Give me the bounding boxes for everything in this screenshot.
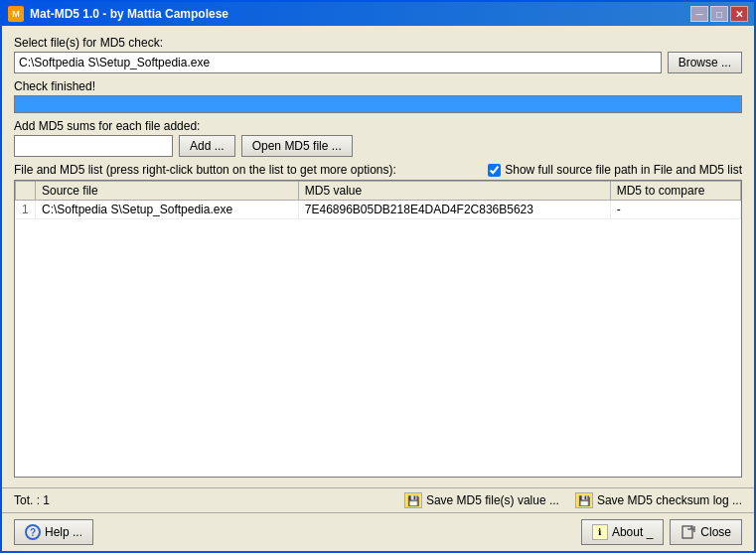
show-path-checkbox[interactable]	[488, 164, 501, 177]
show-path-row: Show full source file path in File and M…	[488, 163, 742, 177]
footer-bar: Tot. : 1 💾 Save MD5 file(s) value ... 💾 …	[2, 487, 754, 512]
file-input-row: Browse ...	[14, 52, 742, 73]
md5-input-row: Add ... Open MD5 file ...	[14, 135, 742, 157]
footer-buttons: 💾 Save MD5 file(s) value ... 💾 Save MD5 …	[70, 492, 742, 508]
bottom-left-buttons: ? Help ...	[14, 519, 93, 545]
window-close-button[interactable]: ✕	[730, 6, 748, 22]
add-button[interactable]: Add ...	[179, 135, 235, 157]
file-table: Source file MD5 value MD5 to compare 1 C…	[15, 181, 741, 219]
about-button[interactable]: ℹ About _	[581, 519, 664, 545]
about-icon: ℹ	[592, 524, 608, 540]
help-button[interactable]: ? Help ...	[14, 519, 93, 545]
status-section: Check finished!	[14, 79, 742, 113]
list-header-row: File and MD5 list (press right-click but…	[14, 163, 742, 177]
file-path-input[interactable]	[14, 52, 662, 73]
md5-input-section: Add MD5 sums for each file added: Add ..…	[14, 119, 742, 157]
save-md5-label: Save MD5 file(s) value ...	[426, 493, 559, 507]
app-icon: M	[8, 6, 24, 22]
col-source: Source file	[36, 182, 299, 201]
row-compare: -	[610, 201, 740, 219]
open-md5-button[interactable]: Open MD5 file ...	[241, 135, 353, 157]
close-button[interactable]: Close	[670, 519, 742, 545]
save-log-label: Save MD5 checksum log ...	[597, 493, 742, 507]
title-buttons: ─ □ ✕	[690, 6, 748, 22]
window-title: Mat-MD5 1.0 - by Mattia Campolese	[30, 7, 228, 21]
file-list-label: File and MD5 list (press right-click but…	[14, 163, 396, 177]
md5-text-input[interactable]	[14, 135, 173, 157]
title-bar-left: M Mat-MD5 1.0 - by Mattia Campolese	[8, 6, 228, 22]
about-label: About _	[612, 525, 653, 539]
help-icon: ?	[25, 524, 41, 540]
progress-bar-container	[14, 95, 742, 113]
close-label: Close	[700, 525, 731, 539]
title-bar: M Mat-MD5 1.0 - by Mattia Campolese ─ □ …	[2, 2, 754, 26]
browse-button[interactable]: Browse ...	[668, 52, 742, 73]
status-text: Check finished!	[14, 79, 742, 95]
show-path-label: Show full source file path in File and M…	[505, 163, 742, 177]
save-log-button[interactable]: 💾 Save MD5 checksum log ...	[575, 492, 742, 508]
save-md5-icon: 💾	[404, 492, 422, 508]
file-list-section: File and MD5 list (press right-click but…	[14, 163, 742, 478]
row-md5: 7E46896B05DB218E4DAD4F2C836B5623	[298, 201, 610, 219]
bottom-right-buttons: ℹ About _ Close	[581, 519, 742, 545]
file-select-section: Select file(s) for MD5 check: Browse ...	[14, 36, 742, 73]
table-header-row: Source file MD5 value MD5 to compare	[16, 182, 741, 201]
save-md5-button[interactable]: 💾 Save MD5 file(s) value ...	[404, 492, 559, 508]
total-count: Tot. : 1	[14, 493, 50, 507]
file-table-container[interactable]: Source file MD5 value MD5 to compare 1 C…	[14, 180, 742, 478]
col-compare: MD5 to compare	[610, 182, 740, 201]
help-label: Help ...	[45, 525, 82, 539]
save-log-icon: 💾	[575, 492, 593, 508]
progress-bar-fill	[15, 96, 741, 112]
minimize-button[interactable]: ─	[690, 6, 708, 22]
table-row: 1 C:\Softpedia S\Setup_Softpedia.exe 7E4…	[16, 201, 741, 219]
content-area: Select file(s) for MD5 check: Browse ...…	[2, 26, 754, 487]
maximize-button[interactable]: □	[710, 6, 728, 22]
col-num	[16, 182, 36, 201]
col-md5: MD5 value	[298, 182, 610, 201]
row-num: 1	[16, 201, 36, 219]
add-md5-label: Add MD5 sums for each file added:	[14, 119, 742, 133]
close-icon	[680, 524, 696, 540]
select-files-label: Select file(s) for MD5 check:	[14, 36, 742, 50]
bottom-bar: ? Help ... ℹ About _ Close	[2, 512, 754, 551]
main-window: M Mat-MD5 1.0 - by Mattia Campolese ─ □ …	[0, 0, 756, 553]
row-source: C:\Softpedia S\Setup_Softpedia.exe	[36, 201, 299, 219]
